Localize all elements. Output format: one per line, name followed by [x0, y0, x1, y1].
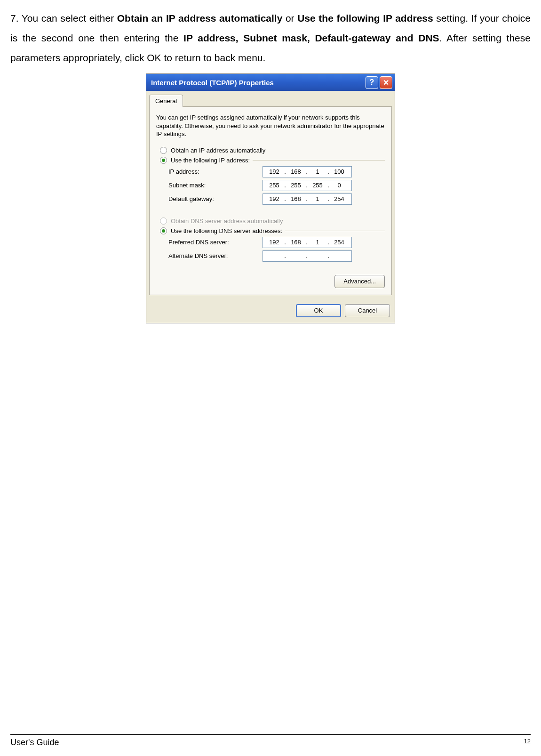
tabstrip: General [146, 91, 395, 107]
footer-guide: User's Guide [10, 738, 59, 748]
subnet-mask-input[interactable]: 255. 255. 255. 0 [263, 180, 352, 191]
radio-icon [160, 157, 167, 164]
default-gateway-input[interactable]: 192. 168. 1. 254 [263, 193, 352, 205]
instruction-paragraph: 7. You can select either Obtain an IP ad… [0, 0, 541, 68]
dialog-title: Internet Protocol (TCP/IP) Properties [151, 79, 274, 87]
alternate-dns-input[interactable]: . . . [263, 250, 352, 262]
ip-address-input[interactable]: 192. 168. 1. 100 [263, 166, 352, 177]
radio-icon [160, 227, 167, 234]
radio-icon [160, 217, 167, 225]
radio-obtain-ip[interactable]: Obtain an IP address automatically [160, 147, 385, 154]
tab-general[interactable]: General [149, 95, 183, 107]
help-button[interactable]: ? [366, 76, 378, 89]
preferred-dns-input[interactable]: 192. 168. 1. 254 [263, 237, 352, 248]
subnet-mask-row: Subnet mask: 255. 255. 255. 0 [168, 180, 385, 191]
cancel-button[interactable]: Cancel [345, 304, 390, 317]
radio-obtain-dns: Obtain DNS server address automatically [160, 217, 385, 225]
tcpip-properties-dialog: Internet Protocol (TCP/IP) Properties ? … [146, 73, 395, 323]
ip-address-row: IP address: 192. 168. 1. 100 [168, 166, 385, 177]
page-footer: User's Guide 12 [10, 734, 531, 748]
intro-text: You can get IP settings assigned automat… [156, 113, 385, 138]
preferred-dns-row: Preferred DNS server: 192. 168. 1. 254 [168, 237, 385, 248]
radio-icon [160, 147, 167, 154]
titlebar[interactable]: Internet Protocol (TCP/IP) Properties ? … [146, 74, 395, 91]
page-number: 12 [524, 738, 531, 748]
advanced-button[interactable]: Advanced... [334, 275, 385, 288]
default-gateway-row: Default gateway: 192. 168. 1. 254 [168, 193, 385, 205]
tab-content: You can get IP settings assigned automat… [149, 106, 392, 295]
ok-button[interactable]: OK [296, 304, 341, 317]
dialog-button-bar: OK Cancel [146, 299, 395, 323]
radio-use-ip[interactable]: Use the following IP address: [160, 157, 250, 164]
radio-use-dns[interactable]: Use the following DNS server addresses: [160, 227, 282, 234]
close-button[interactable]: ✕ [380, 76, 392, 89]
alternate-dns-row: Alternate DNS server: . . . [168, 250, 385, 262]
